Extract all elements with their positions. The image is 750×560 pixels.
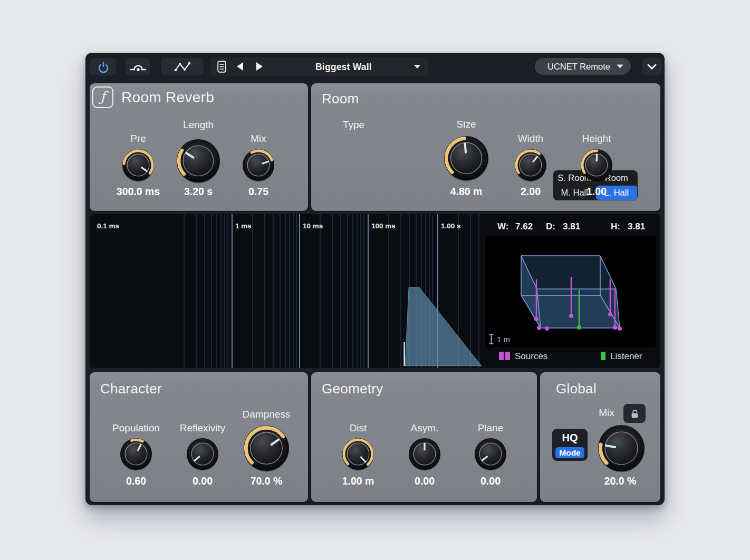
svg-text:0.1 ms: 0.1 ms bbox=[97, 222, 119, 230]
population-knob[interactable] bbox=[117, 435, 156, 474]
asym-knob[interactable] bbox=[405, 435, 444, 474]
svg-text:10 ms: 10 ms bbox=[303, 222, 323, 230]
room-reverb-plugin-window: Biggest Wall UCNET Remote ƒ Room Reverb bbox=[85, 53, 665, 505]
character-panel-title: Character bbox=[100, 381, 162, 397]
lock-icon bbox=[630, 409, 640, 419]
mix-lock-button[interactable] bbox=[623, 404, 646, 423]
preset-bar[interactable]: Biggest Wall bbox=[210, 57, 428, 76]
svg-text:3.81: 3.81 bbox=[628, 221, 645, 231]
next-preset-button[interactable] bbox=[255, 62, 264, 71]
dampness-knob[interactable] bbox=[240, 422, 293, 475]
global-panel-title: Global bbox=[556, 381, 597, 397]
svg-text:D:: D: bbox=[546, 221, 555, 231]
width-knob[interactable] bbox=[511, 146, 550, 185]
fender-logo: ƒ bbox=[92, 86, 113, 108]
preset-dropdown-caret-icon bbox=[414, 64, 421, 69]
bypass-curve-icon bbox=[130, 62, 147, 72]
chevron-down-icon bbox=[647, 64, 657, 70]
room-panel-title: Room bbox=[322, 91, 359, 107]
plugin-title: Room Reverb bbox=[121, 89, 214, 106]
height-knob[interactable] bbox=[577, 146, 616, 185]
svg-text:W:: W: bbox=[497, 221, 508, 231]
mode-badge: Mode bbox=[555, 447, 584, 458]
hq-mode-toggle[interactable]: HQ Mode bbox=[552, 429, 588, 461]
type-option-m-hall[interactable]: M. Hall bbox=[554, 186, 595, 200]
svg-text:100 ms: 100 ms bbox=[371, 222, 396, 230]
preset-name: Biggest Wall bbox=[315, 62, 372, 73]
collapse-button[interactable] bbox=[642, 57, 661, 75]
svg-text:7.62: 7.62 bbox=[515, 221, 533, 231]
svg-text:Listener: Listener bbox=[610, 351, 642, 361]
size-knob[interactable] bbox=[440, 132, 492, 184]
plugin-stage: Biggest Wall UCNET Remote ƒ Room Reverb bbox=[0, 0, 750, 560]
svg-text:1.00 s: 1.00 s bbox=[441, 222, 461, 230]
pre-knob[interactable] bbox=[119, 146, 158, 185]
svg-text:3.81: 3.81 bbox=[563, 221, 580, 231]
svg-text:1 m: 1 m bbox=[497, 335, 510, 344]
reflexivity-knob[interactable] bbox=[183, 435, 222, 474]
svg-text:1 ms: 1 ms bbox=[235, 222, 252, 230]
remote-caret-icon bbox=[617, 64, 623, 69]
type-label: Type bbox=[343, 119, 364, 131]
mix-knob[interactable] bbox=[239, 146, 278, 185]
type-option-l-hall[interactable]: L. Hall bbox=[596, 186, 638, 200]
hq-label: HQ bbox=[552, 432, 588, 444]
automation-curve-icon bbox=[174, 62, 191, 72]
remote-dropdown[interactable]: UCNET Remote bbox=[535, 58, 631, 75]
geometry-panel-title: Geometry bbox=[322, 381, 383, 397]
reverb-visualizer[interactable]: 0.1 ms1 ms10 ms100 ms1.00 sW:7.62D:3.81H… bbox=[90, 214, 660, 368]
remote-label: UCNET Remote bbox=[547, 62, 610, 72]
dist-knob[interactable] bbox=[339, 435, 378, 474]
plane-knob[interactable] bbox=[471, 435, 510, 474]
reverb-decay-display: 0.1 ms1 ms10 ms100 ms1.00 sW:7.62D:3.81H… bbox=[90, 214, 660, 368]
svg-text:H:: H: bbox=[611, 221, 620, 231]
previous-preset-button[interactable] bbox=[236, 62, 244, 71]
bypass-button[interactable] bbox=[126, 58, 150, 75]
global-mix-label: Mix bbox=[591, 407, 622, 419]
preset-list-icon bbox=[217, 61, 226, 73]
power-icon bbox=[97, 60, 110, 74]
svg-text:Sources: Sources bbox=[515, 351, 547, 361]
length-knob[interactable] bbox=[173, 136, 224, 186]
automation-button[interactable] bbox=[161, 58, 204, 75]
global-mix-knob[interactable] bbox=[594, 421, 648, 475]
power-button[interactable] bbox=[90, 58, 116, 75]
